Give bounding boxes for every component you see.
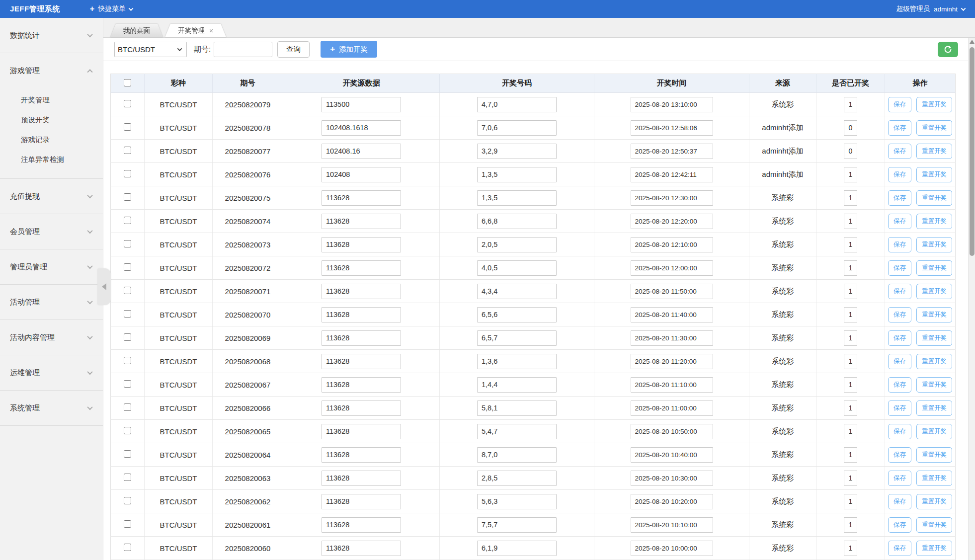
search-button[interactable]: 查询 [277,41,310,58]
drawn-flag-input[interactable] [844,424,857,439]
save-button[interactable]: 保存 [888,144,911,159]
draw-numbers-input[interactable] [477,471,557,486]
source-data-input[interactable] [322,447,401,463]
scroll-up-arrow-icon[interactable] [970,40,975,44]
draw-time-input[interactable] [631,400,713,416]
source-data-input[interactable] [322,354,401,369]
row-checkbox[interactable] [124,217,131,224]
source-data-input[interactable] [322,377,401,393]
reset-draw-button[interactable]: 重置开奖 [916,471,952,486]
drawn-flag-input[interactable] [844,237,857,252]
draw-time-input[interactable] [631,517,713,533]
draw-time-input[interactable] [631,354,713,369]
reset-draw-button[interactable]: 重置开奖 [916,144,952,159]
drawn-flag-input[interactable] [844,400,857,416]
draw-numbers-input[interactable] [477,214,557,229]
draw-numbers-input[interactable] [477,541,557,556]
draw-time-input[interactable] [631,260,713,276]
sidebar-item-admin-mgmt[interactable]: 管理员管理 [0,249,103,284]
source-data-input[interactable] [322,120,401,136]
reset-draw-button[interactable]: 重置开奖 [916,260,952,276]
source-data-input[interactable] [322,190,401,206]
sidebar-item-bet-anomaly-check[interactable]: 注单异常检测 [0,150,103,169]
save-button[interactable]: 保存 [888,517,911,533]
draw-time-input[interactable] [631,167,713,182]
source-data-input[interactable] [322,400,401,416]
drawn-flag-input[interactable] [844,377,857,393]
draw-numbers-input[interactable] [477,97,557,112]
row-checkbox[interactable] [124,357,131,364]
drawn-flag-input[interactable] [844,260,857,276]
drawn-flag-input[interactable] [844,471,857,486]
drawn-flag-input[interactable] [844,307,857,322]
save-button[interactable]: 保存 [888,97,911,112]
reset-draw-button[interactable]: 重置开奖 [916,424,952,439]
source-data-input[interactable] [322,237,401,252]
source-data-input[interactable] [322,284,401,299]
source-data-input[interactable] [322,144,401,159]
draw-numbers-input[interactable] [477,167,557,182]
drawn-flag-input[interactable] [844,190,857,206]
reset-draw-button[interactable]: 重置开奖 [916,284,952,299]
draw-numbers-input[interactable] [477,260,557,276]
row-checkbox[interactable] [124,403,131,411]
row-checkbox[interactable] [124,287,131,294]
reset-draw-button[interactable]: 重置开奖 [916,377,952,393]
select-all-checkbox[interactable] [124,79,131,86]
save-button[interactable]: 保存 [888,214,911,229]
row-checkbox[interactable] [124,100,131,107]
row-checkbox[interactable] [124,333,131,341]
close-icon[interactable]: × [209,27,213,34]
source-data-input[interactable] [322,97,401,112]
save-button[interactable]: 保存 [888,190,911,206]
save-button[interactable]: 保存 [888,284,911,299]
row-checkbox[interactable] [124,427,131,434]
row-checkbox[interactable] [124,544,131,551]
row-checkbox[interactable] [124,263,131,271]
reset-draw-button[interactable]: 重置开奖 [916,214,952,229]
draw-time-input[interactable] [631,237,713,252]
reset-draw-button[interactable]: 重置开奖 [916,354,952,369]
reset-draw-button[interactable]: 重置开奖 [916,120,952,136]
sidebar-item-system-mgmt[interactable]: 系统管理 [0,391,103,425]
source-data-input[interactable] [322,330,401,346]
drawn-flag-input[interactable] [844,447,857,463]
draw-time-input[interactable] [631,307,713,322]
sidebar-item-activity-mgmt[interactable]: 活动管理 [0,285,103,320]
lottery-select[interactable]: BTC/USDT [114,42,187,57]
draw-numbers-input[interactable] [477,354,557,369]
drawn-flag-input[interactable] [844,354,857,369]
save-button[interactable]: 保存 [888,167,911,182]
reset-draw-button[interactable]: 重置开奖 [916,307,952,322]
row-checkbox[interactable] [124,380,131,388]
draw-numbers-input[interactable] [477,144,557,159]
drawn-flag-input[interactable] [844,144,857,159]
save-button[interactable]: 保存 [888,354,911,369]
draw-time-input[interactable] [631,541,713,556]
save-button[interactable]: 保存 [888,260,911,276]
scrollbar-thumb[interactable] [970,47,975,256]
save-button[interactable]: 保存 [888,330,911,346]
row-checkbox[interactable] [124,450,131,458]
row-checkbox[interactable] [124,193,131,201]
issue-number-input[interactable] [214,42,272,57]
tab-my-desktop[interactable]: 我的桌面 [110,24,163,37]
draw-numbers-input[interactable] [477,400,557,416]
save-button[interactable]: 保存 [888,541,911,556]
draw-time-input[interactable] [631,471,713,486]
draw-numbers-input[interactable] [477,494,557,509]
draw-time-input[interactable] [631,494,713,509]
draw-numbers-input[interactable] [477,190,557,206]
row-checkbox[interactable] [124,497,131,504]
draw-time-input[interactable] [631,424,713,439]
save-button[interactable]: 保存 [888,400,911,416]
source-data-input[interactable] [322,471,401,486]
drawn-flag-input[interactable] [844,330,857,346]
draw-numbers-input[interactable] [477,517,557,533]
save-button[interactable]: 保存 [888,494,911,509]
reset-draw-button[interactable]: 重置开奖 [916,541,952,556]
row-checkbox[interactable] [124,170,131,177]
source-data-input[interactable] [322,260,401,276]
save-button[interactable]: 保存 [888,424,911,439]
reset-draw-button[interactable]: 重置开奖 [916,167,952,182]
